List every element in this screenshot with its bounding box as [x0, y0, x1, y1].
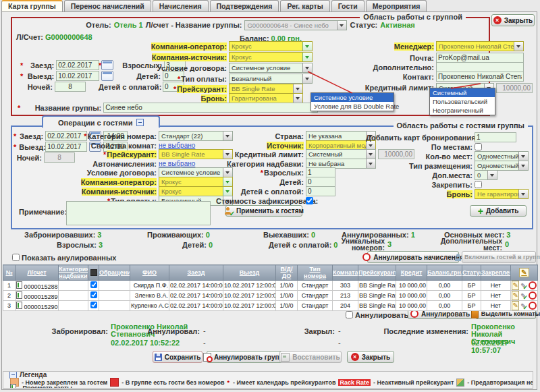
guest-auto-link[interactable]: не выбрано	[159, 160, 195, 167]
guest-adults-input[interactable]	[306, 167, 335, 177]
guest-fixed-cost-checkbox[interactable]	[306, 197, 313, 204]
edit-confirm-icon[interactable]: ✎✓	[520, 291, 527, 300]
column-header-checkbox[interactable]	[88, 265, 99, 281]
annul-charges-button[interactable]: Аннулировать начисления	[367, 251, 459, 263]
dropdown-arrow-icon[interactable]	[293, 84, 302, 93]
dropdown-item[interactable]: Системный	[430, 88, 495, 97]
dropdown-arrow-icon[interactable]	[487, 171, 497, 179]
tab-group-card[interactable]: Карта группы	[1, 0, 63, 11]
include-guests-button[interactable]: Включить гостей в группу	[462, 251, 536, 263]
dropdown-arrow-icon[interactable]	[302, 63, 312, 72]
group-name-input[interactable]	[103, 103, 318, 113]
tab-events[interactable]: Мероприятия	[366, 0, 427, 11]
guest-operations-tab[interactable]: Операции с гостями	[42, 115, 160, 128]
guest-booking-select[interactable]: Не гарантирована	[475, 189, 529, 199]
edit-confirm-icon[interactable]: ✎✓	[520, 281, 527, 289]
column-header-room-type[interactable]: Тип номера	[298, 265, 333, 281]
dropdown-item[interactable]: Неограниченный	[430, 106, 495, 115]
annul-row-icon[interactable]	[529, 302, 537, 310]
tab-confirmations[interactable]: Подтверждения	[210, 0, 279, 11]
dropdown-arrow-icon[interactable]	[302, 42, 312, 51]
dropdown-arrow-icon[interactable]	[514, 42, 523, 51]
guest-pin-checkbox[interactable]	[475, 181, 482, 188]
column-header-num[interactable]: №	[3, 265, 16, 281]
group-payment-select[interactable]: Безналичный	[229, 74, 313, 84]
guest-children-paid-input[interactable]	[306, 186, 335, 196]
card-view-icon[interactable]	[16, 281, 22, 289]
save-button[interactable]: Сохранить	[153, 351, 202, 363]
group-mail-input[interactable]	[436, 53, 524, 63]
dropdown-arrow-icon[interactable]	[337, 21, 346, 30]
guest-placement-select[interactable]: Одноместный	[475, 161, 529, 171]
dropdown-arrow-icon[interactable]	[518, 190, 528, 198]
card-view-icon[interactable]	[16, 291, 22, 299]
column-header-room[interactable]: Комната	[333, 265, 358, 281]
collapse-icon[interactable]	[136, 119, 144, 126]
tab-transfer-charges[interactable]: Перенос начислений	[64, 0, 151, 11]
row-checkbox[interactable]	[90, 302, 97, 308]
table-row[interactable]: 2 0000015289 Зленко В.А. 02.02.2017 14:0…	[3, 291, 538, 301]
table-row[interactable]: 1 0000015288 Скирда П.Ф. 02.02.2017 14:0…	[3, 281, 538, 291]
column-header-pinned[interactable]: Закреплен	[481, 265, 511, 281]
apply-to-guests-button[interactable]: ✓ Применить к гостям	[225, 205, 302, 217]
group-operator-select[interactable]: Крокус	[229, 41, 313, 51]
column-header-surcharge[interactable]: Категория надбавки	[59, 265, 88, 281]
group-additional-input[interactable]	[436, 62, 524, 72]
close-button-bottom[interactable]: × Закрыть	[347, 351, 394, 363]
group-nights-input[interactable]	[55, 82, 86, 92]
restore-button[interactable]: Восстановить	[279, 351, 342, 363]
column-header-fio[interactable]: ФИО	[130, 265, 169, 281]
guest-note-textarea[interactable]	[66, 201, 211, 225]
edit-icon[interactable]: ✎	[512, 281, 519, 290]
guest-by-places-checkbox[interactable]	[475, 143, 482, 150]
guest-add-cards-input[interactable]	[475, 132, 516, 142]
group-booking-select[interactable]: Гарантирована	[229, 93, 303, 103]
dropdown-item[interactable]: Условие для BB Double Rate	[311, 102, 394, 111]
close-button-top[interactable]: × Закрыть	[491, 14, 535, 26]
dropdown-arrow-icon[interactable]	[518, 161, 528, 170]
column-header-arrival[interactable]: Заезд	[169, 265, 223, 281]
dropdown-arrow-icon[interactable]	[293, 94, 302, 103]
column-header-status[interactable]: Статус	[462, 265, 481, 281]
tab-reg-cards[interactable]: Рег. карты	[280, 0, 329, 11]
row-checkbox[interactable]	[90, 281, 97, 288]
row-checkbox[interactable]	[90, 291, 97, 298]
column-header-departure[interactable]: Выезд	[223, 265, 276, 281]
annul-accounts-checkbox[interactable]	[346, 311, 353, 318]
column-header-balance[interactable]: Баланс,грн.	[427, 265, 462, 281]
group-arrival-input[interactable]	[56, 60, 99, 70]
group-contract-select[interactable]: Системное условие	[229, 63, 313, 73]
edit-confirm-icon[interactable]: ✎✓	[520, 302, 527, 310]
table-row[interactable]: 3 0000015290 Курленко А.С. 02.02.2017 14…	[3, 301, 538, 311]
group-select[interactable]: G0000000648 - Синее небо	[244, 20, 347, 30]
guest-places-count-select[interactable]: Одноместный	[475, 151, 529, 161]
dropdown-arrow-icon[interactable]	[302, 74, 312, 83]
card-view-icon[interactable]	[16, 302, 22, 309]
group-price-list-select[interactable]: BB Single Rate	[229, 84, 303, 94]
guest-nights-input[interactable]	[44, 152, 75, 163]
dropdown-item[interactable]: Системное условие	[311, 93, 394, 102]
edit-icon[interactable]: ✎	[512, 301, 519, 310]
select-all-icon[interactable]	[90, 269, 97, 276]
tab-charges[interactable]: Начисления	[153, 0, 209, 11]
annul-row-icon[interactable]	[529, 291, 537, 300]
group-manager-select[interactable]: Прокопенко Николай Степанович	[436, 41, 524, 51]
annul-group-button[interactable]: Аннулировать группу	[207, 351, 284, 363]
add-guest-button[interactable]: + Добавить	[470, 205, 526, 217]
annul-row-icon[interactable]	[529, 281, 537, 289]
column-header-salutation[interactable]: Обращение	[99, 265, 130, 281]
dropdown-arrow-icon[interactable]	[302, 53, 312, 61]
group-departure-input[interactable]	[56, 71, 99, 81]
show-annulled-checkbox[interactable]	[12, 254, 20, 261]
dropdown-item[interactable]: Пользовательский	[430, 97, 495, 106]
column-header-account[interactable]: Л/счет	[16, 265, 59, 281]
guest-children-input[interactable]	[306, 177, 335, 187]
guest-room-props-link[interactable]: не выбрано	[159, 142, 195, 149]
column-header-price-list[interactable]: Прейскурант	[358, 265, 396, 281]
column-header-credit[interactable]: Кредит	[396, 265, 427, 281]
dropdown-arrow-icon[interactable]	[518, 152, 528, 161]
guest-extra-places-select[interactable]: 0	[475, 170, 497, 180]
tab-guests[interactable]: Гости	[331, 0, 364, 11]
group-source-company-select[interactable]: Крокус	[229, 52, 313, 62]
group-credit-amount-input[interactable]	[496, 83, 533, 93]
